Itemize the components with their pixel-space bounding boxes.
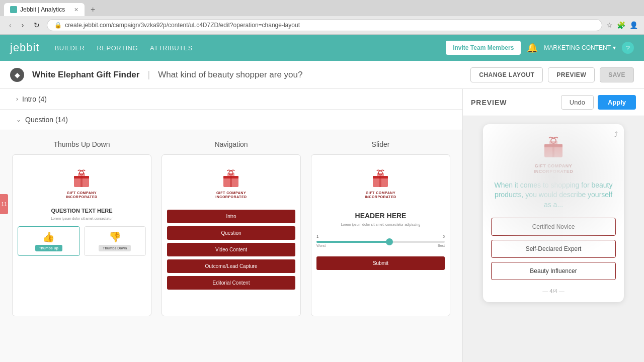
thumbs-question-sub: Lorem ipsum dolor sit amet consectetur xyxy=(51,217,113,220)
preview-answer-3[interactable]: Beauty Influencer xyxy=(491,262,616,280)
refresh-button[interactable]: ↻ xyxy=(31,20,43,30)
accordion-question-title: Question (14) xyxy=(25,116,68,124)
slider-submit-btn[interactable]: Submit xyxy=(316,256,445,270)
forward-button[interactable]: › xyxy=(19,20,27,30)
thumbs-company-name: GIFT COMPANYINCORPORATED xyxy=(66,191,97,200)
bookmark-icon[interactable]: ☆ xyxy=(606,21,613,29)
campaign-divider: | xyxy=(147,69,150,80)
slider-label-min: Worst xyxy=(316,244,326,247)
apply-button[interactable]: Apply xyxy=(598,95,636,110)
slider-max-num: 5 xyxy=(443,234,445,239)
nav-intro-btn[interactable]: Intro xyxy=(167,210,295,223)
slider-thumb[interactable] xyxy=(386,238,393,245)
slider-track-container: 1 5 Worst Best xyxy=(316,234,445,247)
main-content: 11 › Intro (4) ⌄ Question (14) Thumbs Up… xyxy=(0,89,644,362)
nav-outcome-btn[interactable]: Outcome/Lead Capture xyxy=(167,259,295,273)
thumbs-card[interactable]: GIFT COMPANYINCORPORATED QUESTION TEXT H… xyxy=(12,154,151,316)
thumbs-title: Thumbs Up Down xyxy=(53,140,110,148)
tab-title: Jebbit | Analytics xyxy=(20,6,65,13)
preview-title: PREVIEW xyxy=(471,99,507,107)
slider-header-text: HEADER HERE xyxy=(355,212,407,220)
change-layout-button[interactable]: CHANGE LAYOUT xyxy=(470,67,543,82)
extensions-icon[interactable]: 🧩 xyxy=(617,21,625,29)
invite-team-button[interactable]: Invite Team Members xyxy=(446,41,521,55)
slider-label-max: Best xyxy=(438,244,445,247)
marketing-content-label: MARKETING CONTENT xyxy=(544,44,611,51)
slider-fill xyxy=(316,241,387,243)
undo-button[interactable]: Undo xyxy=(561,95,594,110)
thumbs-up-icon: 👍 xyxy=(42,231,55,243)
browser-address-bar: ‹ › ↻ 🔒 create.jebbit.com/campaign/3vzka… xyxy=(0,16,644,34)
app-nav: BUILDER REPORTING ATTRIBUTES xyxy=(55,42,193,54)
help-icon[interactable]: ? xyxy=(622,42,634,54)
layout-option-navigation: Navigation xyxy=(162,140,301,316)
browser-chrome: Jebbit | Analytics ✕ + ‹ › ↻ 🔒 create.je… xyxy=(0,0,644,35)
campaign-title: White Elephant Gift Finder xyxy=(32,70,139,80)
gift-bag-svg xyxy=(69,166,94,191)
navigation-card[interactable]: GIFT COMPANYINCORPORATED Intro Question … xyxy=(162,154,301,316)
slider-title: Slider xyxy=(372,140,390,148)
chevron-down-icon: ⌄ xyxy=(16,116,21,123)
preview-phone: ⤴ GIFT COMPANYINCORPORATED When xyxy=(483,124,624,302)
preview-answer-2[interactable]: Self-Declared Expert xyxy=(491,240,616,258)
thumbs-up-label: Thumbs Up xyxy=(35,245,63,251)
new-tab-button[interactable]: + xyxy=(87,3,99,16)
slider-labels: Worst Best xyxy=(316,244,445,247)
nav-builder[interactable]: BUILDER xyxy=(55,42,85,54)
campaign-bar: ◆ White Elephant Gift Finder | What kind… xyxy=(0,61,644,89)
back-campaign-button[interactable]: ◆ xyxy=(10,68,24,82)
nav-gift-logo: GIFT COMPANYINCORPORATED xyxy=(215,166,247,200)
preview-answer-1[interactable]: Certified Novice xyxy=(491,218,616,236)
browser-tab[interactable]: Jebbit | Analytics ✕ xyxy=(4,3,85,16)
chevron-right-icon: › xyxy=(16,96,18,103)
campaign-subtitle: What kind of beauty shopper are you? xyxy=(158,70,302,80)
navigation-title: Navigation xyxy=(214,140,248,148)
campaign-actions: CHANGE LAYOUT PREVIEW SAVE xyxy=(470,67,634,82)
marketing-content-menu[interactable]: MARKETING CONTENT ▾ xyxy=(544,44,616,51)
nav-gift-bag-svg xyxy=(218,166,244,191)
accordion-intro-title: Intro (4) xyxy=(22,95,47,103)
thumbs-container: 👍 Thumbs Up 👎 Thumbs Down xyxy=(18,226,146,256)
share-icon[interactable]: ⤴ xyxy=(614,130,618,138)
back-button[interactable]: ‹ xyxy=(6,20,15,30)
tab-close-icon[interactable]: ✕ xyxy=(74,7,78,13)
layout-options: Thumbs Up Down xyxy=(0,130,462,326)
accordion-question: ⌄ Question (14) xyxy=(0,110,462,130)
accordion-intro-header[interactable]: › Intro (4) xyxy=(0,89,462,109)
preview-button[interactable]: PREVIEW xyxy=(548,67,595,82)
slider-sub-text: Lorem ipsum dolor sit amet, consectetur … xyxy=(341,223,421,226)
preview-gift-svg xyxy=(538,132,569,162)
nav-company-name: GIFT COMPANYINCORPORATED xyxy=(215,191,247,200)
preview-page-indicator: — 4/4 — xyxy=(491,288,616,294)
slider-card-inner: GIFT COMPANYINCORPORATED HEADER HERE Lor… xyxy=(311,155,450,316)
preview-question-text: When it comes to shopping for beauty pro… xyxy=(491,180,616,210)
preview-header: PREVIEW Undo Apply xyxy=(463,89,644,116)
slider-track[interactable] xyxy=(316,241,445,243)
thumbs-up-btn[interactable]: 👍 Thumbs Up xyxy=(18,226,80,256)
layout-option-thumbs: Thumbs Up Down xyxy=(12,140,151,316)
thumbs-card-inner: GIFT COMPANYINCORPORATED QUESTION TEXT H… xyxy=(13,155,151,316)
url-bar[interactable]: 🔒 create.jebbit.com/campaign/3vzka92p/co… xyxy=(47,19,602,31)
profile-icon[interactable]: 👤 xyxy=(629,21,638,29)
nav-buttons: Intro Question Video Content Outcome/Lea… xyxy=(167,210,295,290)
preview-content: ⤴ GIFT COMPANYINCORPORATED When xyxy=(463,116,644,362)
svg-rect-9 xyxy=(230,176,232,187)
thumbs-down-btn[interactable]: 👎 Thumbs Down xyxy=(84,226,146,256)
accordion-question-header[interactable]: ⌄ Question (14) xyxy=(0,110,462,130)
app-logo: jebbit xyxy=(10,41,40,54)
nav-attributes[interactable]: ATTRIBUTES xyxy=(150,42,193,54)
accordion-intro: › Intro (4) xyxy=(0,89,462,110)
browser-tab-bar: Jebbit | Analytics ✕ + xyxy=(0,0,644,16)
save-button[interactable]: SAVE xyxy=(600,67,634,82)
nav-editorial-btn[interactable]: Editorial Content xyxy=(167,276,295,290)
slider-card[interactable]: GIFT COMPANYINCORPORATED HEADER HERE Lor… xyxy=(311,154,450,316)
svg-rect-4 xyxy=(80,176,83,187)
left-panel: 11 › Intro (4) ⌄ Question (14) Thumbs Up… xyxy=(0,89,463,362)
bell-icon[interactable]: 🔔 xyxy=(527,42,538,53)
tab-favicon xyxy=(10,6,17,13)
nav-video-btn[interactable]: Video Content xyxy=(167,243,295,256)
nav-question-btn[interactable]: Question xyxy=(167,226,295,240)
preview-gift-logo: GIFT COMPANYINCORPORATED xyxy=(491,132,616,174)
thumbs-gift-logo: GIFT COMPANYINCORPORATED xyxy=(66,166,97,200)
nav-reporting[interactable]: REPORTING xyxy=(97,42,138,54)
